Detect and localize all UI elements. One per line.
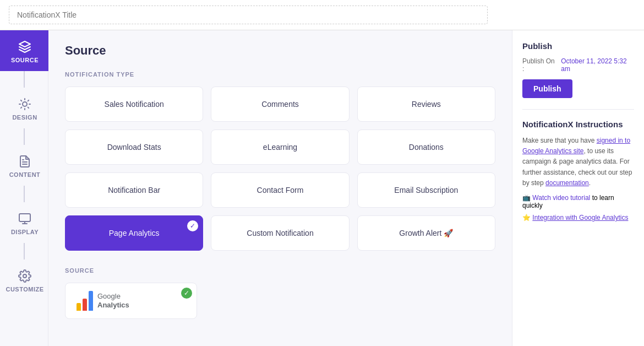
integration-row: ⭐ Integration with Google Analytics <box>522 214 634 221</box>
card-page-analytics[interactable]: Page Analytics ✓ <box>65 215 203 251</box>
source-section: SOURCE Google Analytics ✓ <box>65 267 495 319</box>
sidebar-item-design[interactable]: DESIGN <box>0 88 48 128</box>
sidebar-item-display[interactable]: DISPLAY <box>0 202 48 243</box>
instructions-section: NotificationX Instructions Make sure tha… <box>522 109 634 221</box>
notification-type-grid: Sales Notification Comments Reviews Down… <box>65 86 495 251</box>
card-sales-notification[interactable]: Sales Notification <box>65 86 203 122</box>
card-custom-notification[interactable]: Custom Notification <box>211 215 349 251</box>
top-bar <box>0 0 644 30</box>
content-area: Source NOTIFICATION TYPE Sales Notificat… <box>48 30 512 346</box>
card-email-subscription[interactable]: Email Subscription <box>357 172 495 208</box>
sidebar-item-content[interactable]: CONTENT <box>0 145 48 186</box>
ga-bar-2 <box>83 299 87 311</box>
ga-text: Google Analytics <box>97 292 129 309</box>
page-analytics-check: ✓ <box>187 220 198 231</box>
sidebar-item-content-label: CONTENT <box>9 171 41 178</box>
ga-bar-1 <box>77 303 81 311</box>
publish-row: Publish On : October 11, 2022 5:32 am <box>522 57 634 73</box>
publish-section: Publish Publish On : October 11, 2022 5:… <box>522 41 634 98</box>
layers-icon <box>18 40 31 53</box>
publish-title: Publish <box>522 41 634 51</box>
sidebar-item-source[interactable]: SOURCE <box>0 30 48 71</box>
monitor-icon <box>18 212 31 225</box>
ga-google-text: Google <box>97 292 129 301</box>
sidebar-item-design-label: DESIGN <box>12 114 37 121</box>
google-analytics-logo: Google Analytics <box>77 291 129 311</box>
publish-button[interactable]: Publish <box>522 79 572 98</box>
video-icon: 📺 <box>522 194 531 202</box>
sidebar-divider-1 <box>16 71 32 88</box>
main-layout: SOURCE DESIGN <box>0 30 644 346</box>
file-text-icon <box>18 155 31 168</box>
card-contact-form[interactable]: Contact Form <box>211 172 349 208</box>
star-icon: ⭐ <box>522 214 531 221</box>
card-notification-bar[interactable]: Notification Bar <box>65 172 203 208</box>
sidebar: SOURCE DESIGN <box>0 30 48 346</box>
watch-video-row: 📺 Watch video tutorial to learn quickly <box>522 194 634 209</box>
card-donations[interactable]: Donations <box>357 129 495 165</box>
card-reviews[interactable]: Reviews <box>357 86 495 122</box>
sidebar-divider-3 <box>16 186 32 202</box>
svg-point-1 <box>23 102 27 106</box>
instructions-link2[interactable]: documentation <box>545 179 589 187</box>
instructions-title: NotificationX Instructions <box>522 120 634 129</box>
publish-on-label: Publish On : <box>522 57 556 73</box>
sidebar-item-customize[interactable]: CUSTOMIZE <box>0 260 48 300</box>
settings-icon <box>18 269 31 283</box>
source-label: SOURCE <box>65 267 495 274</box>
card-growth-alert[interactable]: Growth Alert 🚀 <box>357 215 495 251</box>
instructions-body: Make sure that you have signed in to Goo… <box>522 136 634 188</box>
sidebar-divider-2 <box>16 128 32 145</box>
svg-marker-0 <box>19 41 30 47</box>
google-analytics-check: ✓ <box>181 288 192 299</box>
ga-analytics-text: Analytics <box>97 301 129 310</box>
svg-rect-4 <box>19 214 30 221</box>
sidebar-item-source-label: SOURCE <box>11 57 39 63</box>
card-elearning[interactable]: eLearning <box>211 129 349 165</box>
publish-date: October 11, 2022 5:32 am <box>561 57 634 73</box>
card-download-stats[interactable]: Download Stats <box>65 129 203 165</box>
notification-type-label: NOTIFICATION TYPE <box>65 71 495 78</box>
ga-bar-3 <box>89 291 93 311</box>
sidebar-item-customize-label: CUSTOMIZE <box>6 286 43 293</box>
page-title: Source <box>65 44 495 58</box>
sidebar-divider-4 <box>16 243 32 260</box>
notification-title-input[interactable] <box>9 6 488 24</box>
instructions-text1: Make sure that you have <box>522 137 597 144</box>
sidebar-item-display-label: DISPLAY <box>11 229 39 235</box>
palette-icon <box>18 98 31 111</box>
svg-point-7 <box>23 274 26 278</box>
integration-link[interactable]: Integration with Google Analytics <box>532 214 628 221</box>
source-card-google-analytics[interactable]: Google Analytics ✓ <box>65 283 197 319</box>
right-panel: Publish Publish On : October 11, 2022 5:… <box>512 30 644 346</box>
watch-video-link[interactable]: Watch video tutorial <box>532 194 590 202</box>
card-comments[interactable]: Comments <box>211 86 349 122</box>
ga-bars-icon <box>77 291 93 311</box>
instructions-text3: . <box>589 179 591 187</box>
